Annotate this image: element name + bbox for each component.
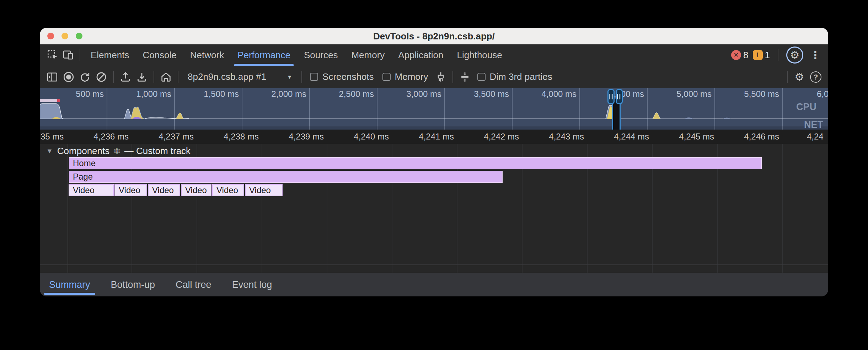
tab-summary[interactable]: Summary	[49, 273, 90, 296]
clear-recording-button[interactable]	[93, 69, 109, 85]
cpu-profile-selector[interactable]: 8p2n9n.csb.app #1 ▼	[184, 71, 296, 82]
track-entry-video[interactable]: Video	[148, 184, 180, 196]
track-entry-video[interactable]: Video	[245, 184, 283, 196]
collect-garbage-button[interactable]	[433, 69, 449, 85]
warning-icon: !	[753, 50, 763, 60]
save-profile-button[interactable]	[134, 69, 150, 85]
custom-track-title: Components ⚛ — Custom track	[57, 146, 191, 157]
reload-and-record-button[interactable]	[77, 69, 93, 85]
collect-garbage-icon	[435, 71, 447, 83]
selection-right-line	[620, 103, 621, 130]
panel-left-icon	[46, 71, 58, 83]
isolate-track-button[interactable]	[457, 69, 473, 85]
selection-left-line	[612, 103, 613, 130]
tab-call-tree[interactable]: Call tree	[176, 273, 211, 296]
time-tick: 4,246 ms	[744, 132, 779, 142]
error-badge[interactable]: ✕ 8	[731, 50, 748, 61]
tab-lighthouse[interactable]: Lighthouse	[450, 44, 509, 66]
warning-badge[interactable]: ! 1	[753, 50, 770, 61]
warning-count: 1	[765, 50, 770, 61]
screenshots-checkbox[interactable]	[310, 73, 318, 81]
atom-icon: ⚛	[113, 146, 121, 156]
track-entry-video[interactable]: Video	[69, 184, 114, 196]
disclosure-triangle-icon[interactable]: ▼	[46, 147, 53, 155]
toggle-device-toolbar-button[interactable]	[60, 47, 76, 63]
timeline-overview[interactable]: 500 ms 1,000 ms 1,500 ms 2,000 ms 2,500 …	[40, 88, 828, 130]
grip-line	[619, 94, 620, 99]
separator	[80, 49, 80, 61]
chevron-down-icon: ▼	[287, 74, 292, 80]
overview-bottom-shade	[40, 126, 828, 130]
time-tick: 4,240 ms	[354, 132, 389, 142]
tab-memory[interactable]: Memory	[344, 44, 391, 66]
separator	[154, 71, 154, 83]
kebab-menu-icon: ⋮	[810, 49, 821, 61]
memory-checkbox[interactable]	[382, 73, 391, 81]
error-icon: ✕	[731, 50, 741, 60]
load-profile-button[interactable]	[117, 69, 134, 85]
time-tick: 4,245 ms	[679, 132, 714, 142]
track-entry-video[interactable]: Video	[114, 184, 147, 196]
tab-sources[interactable]: Sources	[297, 44, 344, 66]
cpu-profile-selected-value: 8p2n9n.csb.app #1	[188, 71, 266, 82]
separator	[787, 71, 788, 83]
grip-line	[617, 94, 618, 99]
settings-button[interactable]: ⚙	[786, 47, 803, 64]
help-icon: ?	[810, 71, 821, 83]
tab-event-log[interactable]: Event log	[232, 273, 272, 296]
track-entry-video[interactable]: Video	[181, 184, 211, 196]
dim-3rd-parties-checkbox[interactable]	[477, 73, 486, 81]
selection-left-handle[interactable]	[607, 89, 615, 104]
track-label-divider	[68, 144, 68, 273]
help-button[interactable]: ?	[808, 69, 824, 85]
separator	[452, 71, 453, 83]
time-tick: 35 ms	[41, 132, 64, 142]
tab-network[interactable]: Network	[183, 44, 231, 66]
toggle-sidebar-button[interactable]	[44, 69, 60, 85]
compress-icon	[459, 71, 471, 83]
detail-time-ruler[interactable]: 35 ms 4,236 ms 4,237 ms 4,238 ms 4,239 m…	[40, 130, 828, 144]
screenshots-checkbox-item[interactable]: Screenshots	[310, 71, 374, 82]
record-button[interactable]	[60, 69, 77, 85]
gear-icon: ⚙	[790, 50, 800, 60]
inspect-element-button[interactable]	[45, 47, 60, 63]
track-entry-video[interactable]: Video	[212, 184, 244, 196]
tab-performance[interactable]: Performance	[231, 44, 297, 66]
time-tick: 4,24	[807, 132, 824, 142]
flame-chart-area[interactable]: ▼ Components ⚛ — Custom track Home Page …	[40, 144, 828, 273]
tab-bottom-up[interactable]: Bottom-up	[111, 273, 155, 296]
record-icon	[63, 71, 75, 83]
time-tick: 4,241 ms	[419, 132, 454, 142]
desktop: DevTools - 8p2n9n.csb.app/ Elements Cons…	[0, 0, 868, 350]
flame-horizontal-rule	[40, 264, 828, 265]
grip-line	[611, 94, 611, 99]
custom-track-header[interactable]: ▼ Components ⚛ — Custom track	[46, 146, 191, 157]
selection-right-handle[interactable]	[616, 89, 623, 104]
gear-icon: ⚙	[795, 72, 804, 82]
download-icon	[136, 71, 148, 83]
tab-application[interactable]: Application	[391, 44, 450, 66]
net-row-label: NET	[804, 119, 823, 130]
separator	[178, 71, 178, 83]
memory-checkbox-item[interactable]: Memory	[382, 71, 428, 82]
inspect-icon	[47, 49, 59, 61]
flame-gridline	[782, 144, 783, 273]
window-title: DevTools - 8p2n9n.csb.app/	[40, 31, 828, 42]
capture-settings-button[interactable]: ⚙	[791, 69, 808, 85]
dim-3rd-parties-checkbox-item[interactable]: Dim 3rd parties	[477, 71, 552, 82]
tab-elements[interactable]: Elements	[84, 44, 136, 66]
live-metrics-button[interactable]	[158, 69, 174, 85]
error-count: 8	[743, 50, 748, 61]
more-options-button[interactable]: ⋮	[808, 47, 823, 63]
track-entry-home[interactable]: Home	[69, 157, 762, 169]
grip-line	[609, 94, 610, 99]
separator	[113, 71, 114, 83]
block-icon	[95, 71, 107, 83]
tab-console[interactable]: Console	[136, 44, 183, 66]
memory-label: Memory	[395, 71, 428, 82]
home-icon	[160, 71, 172, 83]
reload-icon	[79, 71, 91, 83]
track-entry-page[interactable]: Page	[69, 171, 503, 183]
device-toolbar-icon	[62, 49, 74, 61]
separator	[778, 49, 778, 61]
